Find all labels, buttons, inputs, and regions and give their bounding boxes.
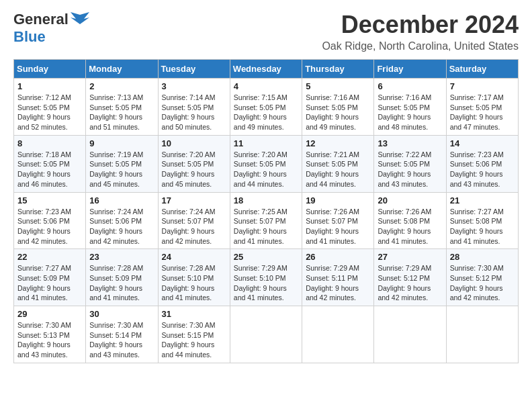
weekday-header-saturday: Saturday xyxy=(446,60,518,79)
logo: General Blue xyxy=(13,11,89,46)
day-sun-info: Sunrise: 7:20 AM Sunset: 5:05 PM Dayligh… xyxy=(162,150,226,189)
calendar-cell: 8Sunrise: 7:18 AM Sunset: 5:05 PM Daylig… xyxy=(14,135,86,192)
calendar-cell: 28Sunrise: 7:30 AM Sunset: 5:12 PM Dayli… xyxy=(446,249,518,306)
day-number: 17 xyxy=(162,195,226,205)
calendar-cell: 15Sunrise: 7:23 AM Sunset: 5:06 PM Dayli… xyxy=(14,192,86,249)
calendar-cell: 2Sunrise: 7:13 AM Sunset: 5:05 PM Daylig… xyxy=(86,79,158,136)
day-sun-info: Sunrise: 7:24 AM Sunset: 5:07 PM Dayligh… xyxy=(162,207,226,246)
day-number: 21 xyxy=(450,195,515,205)
day-sun-info: Sunrise: 7:25 AM Sunset: 5:07 PM Dayligh… xyxy=(234,207,298,246)
day-number: 14 xyxy=(450,138,515,148)
calendar-cell: 24Sunrise: 7:28 AM Sunset: 5:10 PM Dayli… xyxy=(158,249,230,306)
day-sun-info: Sunrise: 7:13 AM Sunset: 5:05 PM Dayligh… xyxy=(89,93,154,132)
weekday-header-sunday: Sunday xyxy=(14,60,86,79)
day-sun-info: Sunrise: 7:26 AM Sunset: 5:08 PM Dayligh… xyxy=(378,207,442,246)
day-sun-info: Sunrise: 7:24 AM Sunset: 5:06 PM Dayligh… xyxy=(89,207,154,246)
day-sun-info: Sunrise: 7:29 AM Sunset: 5:12 PM Dayligh… xyxy=(378,263,442,303)
day-sun-info: Sunrise: 7:27 AM Sunset: 5:09 PM Dayligh… xyxy=(17,263,82,303)
day-sun-info: Sunrise: 7:20 AM Sunset: 5:05 PM Dayligh… xyxy=(234,150,298,189)
weekday-header-monday: Monday xyxy=(86,60,158,79)
day-number: 11 xyxy=(234,138,298,148)
calendar-cell: 3Sunrise: 7:14 AM Sunset: 5:05 PM Daylig… xyxy=(158,79,230,136)
calendar-cell xyxy=(446,306,518,363)
day-number: 16 xyxy=(89,195,154,205)
logo-bird-icon xyxy=(71,12,89,27)
weekday-header-tuesday: Tuesday xyxy=(158,60,230,79)
calendar-cell: 20Sunrise: 7:26 AM Sunset: 5:08 PM Dayli… xyxy=(374,192,446,249)
day-number: 9 xyxy=(89,138,154,148)
day-sun-info: Sunrise: 7:16 AM Sunset: 5:05 PM Dayligh… xyxy=(306,93,370,132)
calendar-cell: 5Sunrise: 7:16 AM Sunset: 5:05 PM Daylig… xyxy=(302,79,374,136)
month-year-title: December 2024 xyxy=(322,11,519,39)
day-number: 1 xyxy=(17,81,82,91)
day-sun-info: Sunrise: 7:26 AM Sunset: 5:07 PM Dayligh… xyxy=(306,207,370,246)
calendar-cell xyxy=(374,306,446,363)
day-sun-info: Sunrise: 7:17 AM Sunset: 5:05 PM Dayligh… xyxy=(450,93,515,132)
calendar-cell: 25Sunrise: 7:29 AM Sunset: 5:10 PM Dayli… xyxy=(230,249,302,306)
day-number: 3 xyxy=(162,81,226,91)
calendar-cell: 22Sunrise: 7:27 AM Sunset: 5:09 PM Dayli… xyxy=(14,249,86,306)
calendar-cell: 11Sunrise: 7:20 AM Sunset: 5:05 PM Dayli… xyxy=(230,135,302,192)
calendar-week-row: 1Sunrise: 7:12 AM Sunset: 5:05 PM Daylig… xyxy=(14,79,519,136)
calendar-cell: 12Sunrise: 7:21 AM Sunset: 5:05 PM Dayli… xyxy=(302,135,374,192)
day-number: 22 xyxy=(17,252,82,262)
calendar-cell: 30Sunrise: 7:30 AM Sunset: 5:14 PM Dayli… xyxy=(86,306,158,363)
day-sun-info: Sunrise: 7:12 AM Sunset: 5:05 PM Dayligh… xyxy=(17,93,82,132)
day-number: 10 xyxy=(162,138,226,148)
day-sun-info: Sunrise: 7:30 AM Sunset: 5:12 PM Dayligh… xyxy=(450,263,515,303)
calendar-cell: 17Sunrise: 7:24 AM Sunset: 5:07 PM Dayli… xyxy=(158,192,230,249)
day-number: 8 xyxy=(17,138,82,148)
calendar-cell: 21Sunrise: 7:27 AM Sunset: 5:08 PM Dayli… xyxy=(446,192,518,249)
day-number: 29 xyxy=(17,309,82,319)
day-sun-info: Sunrise: 7:28 AM Sunset: 5:10 PM Dayligh… xyxy=(162,263,226,303)
calendar-cell: 1Sunrise: 7:12 AM Sunset: 5:05 PM Daylig… xyxy=(14,79,86,136)
day-sun-info: Sunrise: 7:30 AM Sunset: 5:15 PM Dayligh… xyxy=(162,320,226,360)
calendar-week-row: 22Sunrise: 7:27 AM Sunset: 5:09 PM Dayli… xyxy=(14,249,519,306)
day-number: 25 xyxy=(234,252,298,262)
day-number: 24 xyxy=(162,252,226,262)
day-sun-info: Sunrise: 7:15 AM Sunset: 5:05 PM Dayligh… xyxy=(234,93,298,132)
calendar-cell: 26Sunrise: 7:29 AM Sunset: 5:11 PM Dayli… xyxy=(302,249,374,306)
day-number: 31 xyxy=(162,309,226,319)
calendar-cell: 19Sunrise: 7:26 AM Sunset: 5:07 PM Dayli… xyxy=(302,192,374,249)
calendar-cell xyxy=(230,306,302,363)
calendar-cell: 27Sunrise: 7:29 AM Sunset: 5:12 PM Dayli… xyxy=(374,249,446,306)
weekday-header-row: SundayMondayTuesdayWednesdayThursdayFrid… xyxy=(14,60,519,79)
day-sun-info: Sunrise: 7:29 AM Sunset: 5:10 PM Dayligh… xyxy=(234,263,298,303)
weekday-header-wednesday: Wednesday xyxy=(230,60,302,79)
day-sun-info: Sunrise: 7:16 AM Sunset: 5:05 PM Dayligh… xyxy=(378,93,442,132)
calendar-cell: 7Sunrise: 7:17 AM Sunset: 5:05 PM Daylig… xyxy=(446,79,518,136)
page-header: General Blue December 2024 Oak Ridge, No… xyxy=(13,11,519,52)
calendar-cell: 6Sunrise: 7:16 AM Sunset: 5:05 PM Daylig… xyxy=(374,79,446,136)
day-number: 28 xyxy=(450,252,515,262)
calendar-cell: 23Sunrise: 7:28 AM Sunset: 5:09 PM Dayli… xyxy=(86,249,158,306)
calendar-cell: 13Sunrise: 7:22 AM Sunset: 5:05 PM Dayli… xyxy=(374,135,446,192)
day-number: 19 xyxy=(306,195,370,205)
calendar-week-row: 8Sunrise: 7:18 AM Sunset: 5:05 PM Daylig… xyxy=(14,135,519,192)
logo-general-text: General xyxy=(13,11,69,28)
day-sun-info: Sunrise: 7:30 AM Sunset: 5:13 PM Dayligh… xyxy=(17,320,82,360)
day-sun-info: Sunrise: 7:14 AM Sunset: 5:05 PM Dayligh… xyxy=(162,93,226,132)
day-sun-info: Sunrise: 7:28 AM Sunset: 5:09 PM Dayligh… xyxy=(89,263,154,303)
day-number: 12 xyxy=(306,138,370,148)
day-sun-info: Sunrise: 7:30 AM Sunset: 5:14 PM Dayligh… xyxy=(89,320,154,360)
calendar-cell: 4Sunrise: 7:15 AM Sunset: 5:05 PM Daylig… xyxy=(230,79,302,136)
day-number: 6 xyxy=(378,81,442,91)
calendar-cell: 10Sunrise: 7:20 AM Sunset: 5:05 PM Dayli… xyxy=(158,135,230,192)
calendar-cell xyxy=(302,306,374,363)
calendar-week-row: 15Sunrise: 7:23 AM Sunset: 5:06 PM Dayli… xyxy=(14,192,519,249)
title-area: December 2024 Oak Ridge, North Carolina,… xyxy=(322,11,519,52)
calendar-cell: 9Sunrise: 7:19 AM Sunset: 5:05 PM Daylig… xyxy=(86,135,158,192)
day-number: 20 xyxy=(378,195,442,205)
day-number: 2 xyxy=(89,81,154,91)
day-sun-info: Sunrise: 7:23 AM Sunset: 5:06 PM Dayligh… xyxy=(450,150,515,189)
calendar-cell: 31Sunrise: 7:30 AM Sunset: 5:15 PM Dayli… xyxy=(158,306,230,363)
day-number: 26 xyxy=(306,252,370,262)
calendar-cell: 14Sunrise: 7:23 AM Sunset: 5:06 PM Dayli… xyxy=(446,135,518,192)
calendar-cell: 29Sunrise: 7:30 AM Sunset: 5:13 PM Dayli… xyxy=(14,306,86,363)
location-subtitle: Oak Ridge, North Carolina, United States xyxy=(322,40,519,52)
weekday-header-thursday: Thursday xyxy=(302,60,374,79)
day-number: 18 xyxy=(234,195,298,205)
day-sun-info: Sunrise: 7:18 AM Sunset: 5:05 PM Dayligh… xyxy=(17,150,82,189)
day-number: 15 xyxy=(17,195,82,205)
